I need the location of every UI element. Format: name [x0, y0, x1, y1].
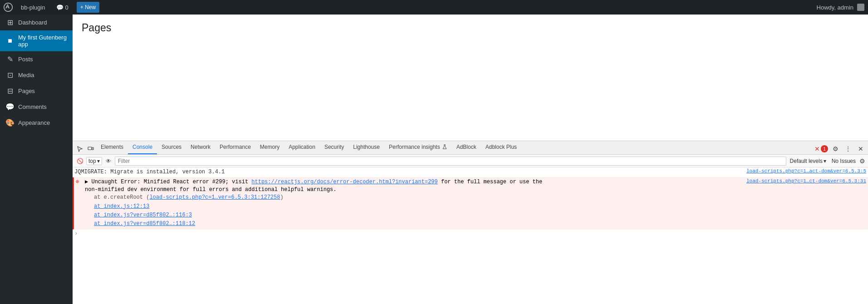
device-icon [88, 146, 94, 152]
sidebar-item-appearance[interactable]: 🎨 Appearance [0, 115, 73, 131]
stack1-link[interactable]: load-scripts.php?c=1…ver=6.5.3:31:127258 [149, 194, 280, 201]
tab-adblock[interactable]: AdBlock [452, 141, 481, 154]
more-btn[interactable]: ⋮ [843, 143, 853, 154]
error-link[interactable]: https://reactjs.org/docs/error-decoder.h… [251, 179, 437, 185]
page-area: Pages [73, 15, 868, 141]
devtools-panel: Elements Console Sources Network Perform… [73, 141, 868, 304]
top-chevron-icon: ▾ [97, 158, 100, 164]
default-levels-dropdown[interactable]: Default levels ▾ [788, 158, 828, 164]
appearance-icon: 🎨 [5, 118, 15, 127]
new-button[interactable]: + New [77, 2, 99, 13]
cursor-icon [77, 146, 83, 152]
tab-console[interactable]: Console [128, 141, 157, 154]
page-title: Pages [73, 15, 868, 39]
console-content: JQMIGRATE: Migrate is installed, version… [73, 167, 868, 304]
stack1-prefix: at e.createRoot ( [94, 194, 149, 201]
stack4-link[interactable]: at index.js?ver=d85f802…:118:12 [94, 221, 195, 227]
top-label: top [88, 158, 96, 164]
stack1: at e.createRoot (load-scripts.php?c=1…ve… [94, 193, 743, 202]
stack-trace: at e.createRoot (load-scripts.php?c=1…ve… [85, 193, 743, 228]
main-layout: ⊞ Dashboard ■ My first Gutenberg app ✎ P… [0, 15, 868, 304]
error-content: ▶ Uncaught Error: Minified React error #… [85, 178, 743, 228]
clear-console-btn[interactable]: 🚫 [75, 157, 84, 166]
sidebar-item-media[interactable]: ⊡ Media [0, 67, 73, 83]
posts-icon: ✎ [5, 55, 15, 64]
error-prefix-text: ▶ Uncaught Error: Minified React error #… [85, 179, 251, 185]
sidebar-item-posts[interactable]: ✎ Posts [0, 51, 73, 67]
dashboard-icon: ⊞ [5, 18, 15, 27]
comments-nav-icon: 💬 [5, 103, 15, 111]
perf-insights-label: Performance insights [389, 144, 440, 150]
comments-link[interactable]: 💬 0 [54, 0, 71, 15]
jq-source-link[interactable]: load-scripts.php?c=1…act-dom&ver=6.5.3:5 [743, 168, 866, 174]
comment-icon: 💬 [56, 4, 64, 11]
error-badge: 1 [821, 145, 828, 152]
jq-message-text: JQMIGRATE: Migrate is installed, version… [74, 168, 743, 176]
sidebar-label-appearance: Appearance [18, 119, 50, 126]
media-icon: ⊡ [5, 71, 15, 79]
stack1-end: ) [280, 194, 283, 201]
stack2: at index.js:12:13 [94, 202, 743, 211]
tab-memory[interactable]: Memory [255, 141, 284, 154]
tab-performance[interactable]: Performance [215, 141, 255, 154]
console-prompt: › [73, 230, 868, 238]
error-icon: ⊗ [76, 178, 83, 185]
error-x-icon: ✕ [814, 145, 820, 152]
sidebar: ⊞ Dashboard ■ My first Gutenberg app ✎ P… [0, 15, 73, 304]
flask-icon [442, 144, 447, 150]
stack4: at index.js?ver=d85f802…:118:12 [94, 220, 743, 228]
tab-network[interactable]: Network [186, 141, 215, 154]
device-toolbar-btn[interactable] [85, 143, 96, 154]
caret-icon: › [74, 230, 78, 237]
tab-lighthouse[interactable]: Lighthouse [348, 141, 384, 154]
devtools-tabs: Elements Console Sources Network Perform… [73, 141, 868, 155]
error-row: ⊗ ▶ Uncaught Error: Minified React error… [73, 177, 868, 230]
tab-application[interactable]: Application [284, 141, 320, 154]
sidebar-label-media: Media [18, 72, 34, 78]
sidebar-label-pages: Pages [18, 88, 35, 94]
howdy-text: Howdy, admin [817, 4, 853, 11]
my-first-icon: ■ [5, 37, 15, 45]
top-selector[interactable]: top ▾ [86, 157, 102, 165]
stack3: at index.js?ver=d85f802…:116:3 [94, 211, 743, 220]
sidebar-label-dashboard: Dashboard [18, 19, 47, 26]
error-source-link[interactable]: load-scripts.php?c=1…ct-dom&ver=6.5.3:31 [743, 178, 866, 184]
svg-rect-0 [88, 147, 92, 150]
inspect-element-btn[interactable] [74, 143, 85, 154]
console-settings-icon[interactable]: ⚙ [859, 157, 865, 165]
tab-elements[interactable]: Elements [96, 141, 128, 154]
default-levels-label: Default levels [790, 158, 823, 164]
stack3-link[interactable]: at index.js?ver=d85f802…:116:3 [94, 212, 192, 218]
console-toolbar: 🚫 top ▾ 👁 Default levels ▾ No Issues ⚙ [73, 155, 868, 167]
eye-btn[interactable]: 👁 [104, 157, 113, 166]
svg-rect-1 [92, 147, 93, 150]
jq-message-row: JQMIGRATE: Migrate is installed, version… [73, 167, 868, 177]
filter-input[interactable] [115, 157, 786, 166]
error-suffix-text: for the full message or use the [438, 179, 542, 185]
default-levels-chevron-icon: ▾ [824, 158, 826, 164]
right-panel: Pages Elements Console Sources Network [73, 15, 868, 304]
sidebar-label-my-first: My first Gutenberg app [18, 34, 67, 48]
sidebar-item-dashboard[interactable]: ⊞ Dashboard [0, 15, 73, 30]
stack2-link[interactable]: at index.js:12:13 [94, 203, 149, 210]
settings-btn[interactable]: ⚙ [830, 143, 841, 154]
wp-topbar: bb-plugin 💬 0 + New Howdy, admin [0, 0, 868, 15]
pages-icon: ⊟ [5, 87, 15, 95]
sidebar-item-comments[interactable]: 💬 Comments [0, 99, 73, 115]
tab-sources[interactable]: Sources [157, 141, 186, 154]
error-badge-container[interactable]: ✕ 1 [814, 145, 828, 152]
avatar [857, 4, 864, 11]
sidebar-label-posts: Posts [18, 56, 33, 63]
tab-security[interactable]: Security [320, 141, 348, 154]
no-issues-label: No Issues [830, 158, 858, 164]
tab-performance-insights[interactable]: Performance insights [384, 141, 452, 154]
comments-count: 0 [65, 4, 69, 11]
topbar-right: Howdy, admin [817, 4, 864, 11]
close-btn[interactable]: ✕ [855, 143, 866, 154]
tab-adblock-plus[interactable]: Adblock Plus [481, 141, 521, 154]
sidebar-item-my-first[interactable]: ■ My first Gutenberg app [0, 30, 73, 51]
site-name[interactable]: bb-plugin [18, 0, 48, 15]
sidebar-item-pages[interactable]: ⊟ Pages [0, 83, 73, 99]
devtools-tab-right: ✕ 1 ⚙ ⋮ ✕ [814, 143, 866, 154]
sidebar-label-comments: Comments [18, 103, 47, 110]
